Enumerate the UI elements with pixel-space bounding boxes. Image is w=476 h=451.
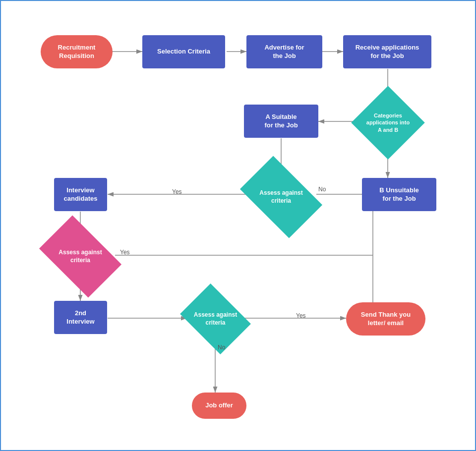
no-label-3: No	[218, 344, 225, 351]
interview-candidates-node: Interview candidates	[54, 178, 107, 211]
suitable-job-node: A Suitable for the Job	[244, 105, 318, 138]
job-offer-node: Job offer	[192, 393, 246, 419]
selection-criteria-node: Selection Criteria	[142, 35, 225, 68]
assess-criteria-2-node: Assess against criteria	[39, 215, 121, 297]
yes-label-2: Yes	[120, 249, 130, 256]
yes-label-3: Yes	[296, 312, 306, 319]
yes-label-1: Yes	[172, 188, 182, 195]
categories-applications-node: Categories applications into A and B	[351, 86, 424, 159]
receive-applications-node: Receive applications for the Job	[343, 35, 431, 68]
recruitment-requisition-node: Recruitment Requisition	[41, 35, 113, 68]
advertise-job-node: Advertise for the Job	[246, 35, 322, 68]
assess-criteria-1-node: Assess against criteria	[240, 156, 322, 238]
send-thank-you-node: Send Thank you letter/ email	[346, 302, 425, 336]
assess-criteria-3-node: Assess against criteria	[180, 283, 251, 354]
flowchart-canvas: Recruitment Requisition Selection Criter…	[0, 0, 476, 451]
no-label-1: No	[318, 186, 326, 193]
unsuitable-job-node: B Unsuitable for the Job	[362, 178, 436, 211]
second-interview-node: 2nd Interview	[54, 301, 107, 334]
